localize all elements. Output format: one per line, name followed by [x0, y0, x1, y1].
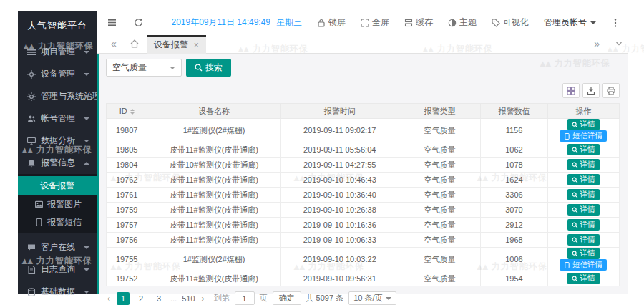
detail-button[interactable]: 详情	[567, 248, 600, 259]
printer-icon	[607, 87, 615, 95]
grid-icon	[567, 87, 575, 95]
sidebar-item-analytics[interactable]: 数据分析	[18, 130, 97, 152]
page-number-button[interactable]: 510	[182, 292, 195, 305]
sidebar-subitem-alarm-sms[interactable]: 报警短信	[18, 213, 97, 231]
tab-bar: « 设备报警 × »	[97, 34, 628, 54]
row-time: 2019-09-10 10:46:43	[280, 173, 399, 188]
detail-button[interactable]: 详情	[567, 189, 600, 200]
export-button[interactable]	[582, 83, 600, 98]
sidebar-item-label: 报警信息	[41, 157, 75, 169]
sidebar-item-accounts[interactable]: 帐号管理	[18, 107, 97, 130]
row-id: 19807	[107, 119, 147, 142]
account-name: 管理员帐号	[544, 16, 587, 29]
print-button[interactable]	[602, 83, 620, 98]
sidebar-item-customers-online[interactable]: 客户在线	[18, 236, 97, 258]
column-header-value: 报警数值	[481, 104, 547, 119]
table-row: 19804皮带10#监测仪(皮带通廊)2019-09-11 04:27:55空气…	[107, 158, 620, 173]
phone-icon	[35, 218, 43, 226]
row-device: 皮带11#监测仪(皮带通廊)	[147, 188, 280, 203]
sidebar-item-label: 帐号管理	[41, 112, 75, 125]
tab-device-alarm[interactable]: 设备报警 ×	[147, 35, 206, 54]
pagination: ‹ 123...510 › 到第 页 确定 共 5097 条 10 条/页	[106, 291, 620, 305]
home-icon[interactable]	[130, 39, 140, 49]
sidebar-item-project[interactable]: 项目管理	[18, 41, 97, 63]
detail-button[interactable]: 详情	[567, 234, 600, 246]
sms-detail-button[interactable]: 短信详情	[560, 130, 607, 142]
chevron-down-icon	[84, 95, 89, 98]
sidebar-subitem-device-alarm[interactable]: 设备报警	[18, 176, 97, 195]
app-title: 大气智能平台	[18, 11, 97, 41]
column-header-id[interactable]: ID	[107, 104, 147, 119]
table-row: 19759皮带11#监测仪(皮带通廊)2019-09-10 10:26:38空气…	[107, 203, 620, 218]
row-value: 1006	[481, 248, 547, 271]
alarm-table: ID 设备名称 报警时间 报警类型 报警数值 操作 198071#监测仪(2#煤…	[106, 103, 620, 286]
lock-screen-button[interactable]: 锁屏	[317, 16, 346, 29]
total-count-label: 共 5097 条	[306, 293, 344, 304]
fullscreen-button[interactable]: 全屏	[361, 16, 389, 29]
row-device: 1#监测仪(2#煤棚)	[147, 119, 280, 142]
chevron-up-icon	[84, 162, 89, 165]
gear-icon	[27, 70, 36, 79]
table-row: 19762皮带11#监测仪(皮带通廊)2019-09-10 10:46:43空气…	[107, 173, 620, 188]
search-icon	[572, 122, 578, 128]
more-options-icon[interactable]	[611, 18, 620, 28]
tabs-scroll-left-button[interactable]: «	[105, 38, 122, 49]
detail-button[interactable]: 详情	[567, 219, 600, 231]
cache-icon	[404, 19, 413, 27]
search-button[interactable]: 搜索	[186, 59, 231, 77]
tabs-menu-chevron-icon[interactable]	[615, 40, 623, 47]
detail-button[interactable]: 详情	[567, 159, 600, 170]
row-actions: 详情	[547, 158, 619, 173]
sms-detail-button[interactable]: 短信详情	[560, 259, 607, 271]
detail-button[interactable]: 详情	[567, 119, 600, 130]
account-menu[interactable]: 管理员帐号	[544, 16, 596, 29]
collapse-menu-icon[interactable]	[107, 17, 117, 28]
file-icon	[27, 266, 36, 274]
alarm-submenu: 设备报警 报警图片 报警短信	[18, 174, 97, 233]
prev-page-button[interactable]: ‹	[106, 294, 112, 304]
sidebar-item-devices[interactable]: 设备管理	[18, 63, 97, 85]
visualization-button[interactable]: 可视化	[492, 16, 529, 29]
goto-confirm-button[interactable]: 确定	[273, 291, 301, 305]
sidebar-item-logs[interactable]: 日志查询	[18, 258, 97, 281]
sidebar-item-label: 项目管理	[41, 46, 75, 58]
lock-icon	[317, 19, 326, 27]
sidebar-item-base-data[interactable]: 基础数据	[18, 281, 97, 303]
row-device: 皮带11#监测仪(皮带通廊)	[147, 203, 280, 218]
columns-filter-button[interactable]	[562, 83, 580, 98]
sidebar-subitem-label: 报警图片	[47, 198, 82, 210]
refresh-icon[interactable]	[133, 17, 144, 28]
row-type: 空气质量	[399, 271, 481, 286]
sidebar-item-system[interactable]: 管理与系统治理	[18, 85, 97, 107]
detail-button[interactable]: 详情	[567, 144, 600, 155]
page-number-button[interactable]: 2	[135, 292, 147, 305]
close-icon[interactable]: ×	[194, 40, 199, 50]
goto-page-input[interactable]	[235, 291, 255, 305]
sidebar-item-alarms[interactable]: 报警信息	[18, 152, 97, 174]
search-icon	[572, 192, 578, 198]
detail-button[interactable]: 详情	[567, 273, 600, 284]
table-row: 19757皮带11#监测仪(皮带通廊)2019-09-10 10:16:36空气…	[107, 218, 620, 233]
sort-icon[interactable]	[130, 109, 135, 115]
row-type: 空气质量	[399, 248, 481, 271]
page-size-select[interactable]: 10 条/页	[348, 291, 396, 305]
alarm-type-select[interactable]: 空气质量	[106, 59, 182, 77]
main-area: 2019年09月11日 14:49:49星期三 锁屏 全屏 缓存	[97, 11, 628, 294]
theme-button[interactable]: 主题	[448, 16, 477, 29]
row-value: 3306	[481, 188, 547, 203]
row-id: 19759	[107, 203, 147, 218]
row-type: 空气质量	[399, 119, 481, 142]
next-page-button[interactable]: ›	[200, 294, 206, 304]
tabs-scroll-right-button[interactable]: »	[588, 38, 605, 49]
detail-button[interactable]: 详情	[567, 174, 600, 185]
page-number-button[interactable]: 3	[152, 292, 165, 305]
chevron-down-icon	[170, 67, 175, 69]
sidebar-subitem-alarm-images[interactable]: 报警图片	[18, 195, 97, 213]
detail-button[interactable]: 详情	[567, 204, 600, 216]
row-actions: 详情短信详情	[547, 248, 619, 271]
cache-button[interactable]: 缓存	[404, 16, 433, 29]
page-number-button[interactable]: 1	[117, 292, 130, 305]
chevron-down-icon	[84, 51, 89, 54]
phone-icon	[564, 262, 570, 268]
row-time: 2019-09-10 10:16:36	[280, 218, 399, 233]
